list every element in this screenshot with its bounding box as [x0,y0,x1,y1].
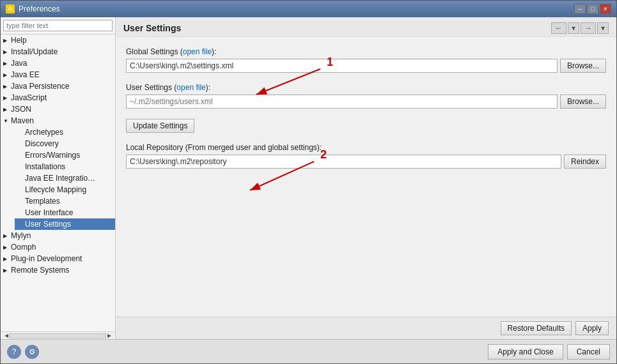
sidebar-item-label: Errors/Warnings [25,151,80,160]
sidebar-item-label: Installations [25,162,65,171]
expand-arrow: ▶ [3,72,10,78]
minimize-button[interactable]: ─ [574,4,586,14]
global-settings-group: Global Settings (open file): Browse... [126,47,606,73]
expand-arrow: ▶ [3,268,10,273]
sidebar-item-java-ee-integration[interactable]: Java EE Integratio… [15,172,115,184]
title-buttons: ─ □ ✕ [574,4,611,14]
global-browse-button[interactable]: Browse... [560,59,606,73]
sidebar-item-discovery[interactable]: Discovery [15,138,115,149]
sidebar-item-lifecycle-mapping[interactable]: Lifecycle Mapping [15,184,115,195]
settings-icon[interactable]: ⚙ [25,345,39,359]
main-content: ▶ Help ▶ Install/Update ▶ Java ▶ Java EE [1,17,616,339]
sidebar-item-label: Java Persistence [11,82,69,91]
help-icon[interactable]: ? [7,345,21,359]
nav-forward-button[interactable]: → [581,22,596,34]
sidebar-item-javascript[interactable]: ▶ JavaScript [1,92,115,103]
sidebar-item-install-update[interactable]: ▶ Install/Update [1,46,115,57]
sidebar-item-templates[interactable]: Templates [15,195,115,207]
maven-children: Archetypes Discovery Errors/Warnings Ins… [1,126,115,230]
sidebar-item-errors-warnings[interactable]: Errors/Warnings [15,149,115,161]
filter-input[interactable] [3,20,113,31]
sidebar-item-label: JSON [11,105,31,114]
maximize-button[interactable]: □ [587,4,598,14]
scroll-left-arrow[interactable]: ◀ [4,333,8,338]
tree: ▶ Help ▶ Install/Update ▶ Java ▶ Java EE [1,34,115,331]
sidebar-item-label: Java EE Integratio… [25,174,95,183]
scrollbar-track[interactable]: ◀ ▶ [2,333,114,338]
nav-buttons: ← ▾ → ▾ [551,22,609,34]
global-settings-link[interactable]: open file [183,47,212,56]
sidebar-item-java[interactable]: ▶ Java [1,57,115,69]
restore-defaults-button[interactable]: Restore Defaults [501,321,572,335]
sidebar-item-label: Oomph [11,243,36,252]
user-settings-group: User Settings (open file): Browse... [126,83,606,109]
user-browse-button[interactable]: Browse... [560,95,606,109]
local-repo-label: Local Repository (From merged user and g… [126,143,606,152]
scroll-track-inner[interactable] [10,333,106,338]
sidebar-item-label: Plug-in Development [11,254,82,263]
sidebar-item-label: Help [11,36,27,45]
right-panel: User Settings ← ▾ → ▾ Global Settings (o… [116,17,616,339]
panel-body-wrapper: Global Settings (open file): Browse... U… [116,37,616,317]
sidebar-scrollbar: ◀ ▶ [1,331,115,339]
expand-arrow: ▶ [3,84,10,89]
apply-button[interactable]: Apply [575,321,609,335]
sidebar-item-label: Discovery [25,139,59,148]
sidebar-item-label: Lifecycle Mapping [25,185,86,194]
expand-arrow: ▶ [3,95,10,101]
sidebar-item-mylyn[interactable]: ▶ Mylyn [1,230,115,241]
window-title: Preferences [19,4,60,13]
update-settings-group: Update Settings [126,119,606,133]
sidebar-item-java-ee[interactable]: ▶ Java EE [1,69,115,80]
local-repo-input-row: Reindex [126,155,606,169]
user-settings-link[interactable]: open file [176,83,205,92]
global-settings-input-row: Browse... [126,59,606,73]
expand-arrow: ▶ [3,233,10,239]
reindex-button[interactable]: Reindex [564,155,606,169]
expand-arrow: ▼ [3,118,10,124]
sidebar-item-label: Templates [25,197,60,206]
sidebar-item-json[interactable]: ▶ JSON [1,103,115,115]
global-settings-label: Global Settings (open file): [126,47,606,56]
bottom-right: Apply and Close Cancel [488,344,610,360]
cancel-button[interactable]: Cancel [567,344,610,360]
local-repo-group: Local Repository (From merged user and g… [126,143,606,169]
close-button[interactable]: ✕ [600,4,611,14]
expand-arrow: ▶ [3,49,10,55]
expand-arrow: ▶ [3,61,10,66]
sidebar-item-label: Java [11,59,27,68]
sidebar-item-user-interface[interactable]: User Interface [15,207,115,218]
preferences-window: ⚙ Preferences ─ □ ✕ ▶ Help ▶ [0,0,617,364]
sidebar-item-label: User Interface [25,208,73,217]
sidebar-item-label: User Settings [25,220,71,229]
sidebar-item-oomph[interactable]: ▶ Oomph [1,241,115,253]
panel-title: User Settings [123,23,181,33]
scroll-right-arrow[interactable]: ▶ [107,333,111,338]
sidebar-item-maven[interactable]: ▼ Maven [1,115,115,126]
nav-menu1-button[interactable]: ▾ [568,22,579,34]
nav-menu2-button[interactable]: ▾ [597,22,609,34]
sidebar-item-label: Install/Update [11,47,58,56]
title-bar-left: ⚙ Preferences [6,4,60,13]
sidebar-item-installations[interactable]: Installations [15,161,115,172]
sidebar-item-remote-systems[interactable]: ▶ Remote Systems [1,264,115,276]
sidebar-item-archetypes[interactable]: Archetypes [15,126,115,138]
sidebar-item-java-persistence[interactable]: ▶ Java Persistence [1,80,115,92]
sidebar-item-plugin-development[interactable]: ▶ Plug-in Development [1,253,115,264]
expand-arrow: ▶ [3,245,10,250]
sidebar-item-help[interactable]: ▶ Help [1,34,115,46]
panel-body: Global Settings (open file): Browse... U… [116,37,616,189]
local-repo-input[interactable] [126,155,561,169]
window-icon: ⚙ [6,4,15,13]
expand-arrow: ▶ [3,38,10,43]
apply-and-close-button[interactable]: Apply and Close [488,344,563,360]
nav-back-button[interactable]: ← [551,22,566,34]
global-settings-input[interactable] [126,59,558,73]
sidebar-item-label: Remote Systems [11,266,69,275]
sidebar: ▶ Help ▶ Install/Update ▶ Java ▶ Java EE [1,17,116,339]
user-settings-input[interactable] [126,95,558,109]
sidebar-item-label: Maven [11,116,34,125]
update-settings-button[interactable]: Update Settings [126,119,194,133]
sidebar-item-user-settings[interactable]: User Settings [15,218,115,230]
title-bar: ⚙ Preferences ─ □ ✕ [1,1,616,17]
